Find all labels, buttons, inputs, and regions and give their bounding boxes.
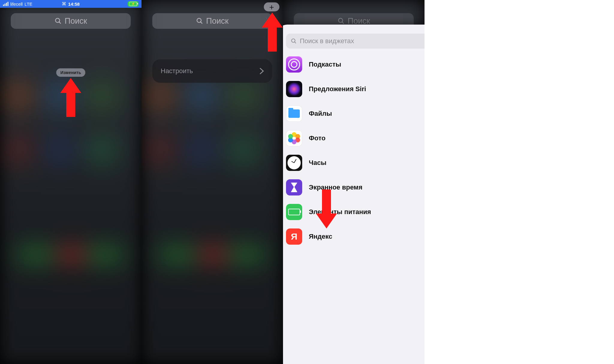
network-label: LTE: [25, 1, 32, 7]
screenshot-step-2: ＋ Поиск Настроить: [142, 0, 283, 364]
search-icon: [338, 17, 345, 25]
spotlight-search[interactable]: Поиск: [152, 13, 272, 29]
siri-icon: [286, 81, 302, 97]
screen-time-icon: [286, 179, 302, 195]
list-item[interactable]: Экранное время: [283, 175, 425, 200]
clock-icon: [286, 155, 302, 171]
list-item[interactable]: Элементы питания: [283, 200, 425, 224]
search-placeholder: Поиск: [348, 16, 370, 26]
podcasts-icon: [286, 56, 302, 73]
svg-line-7: [295, 42, 296, 43]
configure-widget-row[interactable]: Настроить: [152, 59, 272, 83]
svg-line-5: [342, 22, 344, 23]
personal-hotspot-icon: ⌘: [62, 1, 66, 7]
list-item-label: Фото: [309, 134, 326, 142]
status-bar: lifecell LTE ⌘ 14:58 ⚡: [0, 0, 142, 8]
svg-line-1: [59, 22, 61, 23]
list-item[interactable]: Я Яндекс: [283, 224, 425, 249]
list-item-label: Часы: [309, 159, 326, 167]
screenshot-step-1: lifecell LTE ⌘ 14:58 ⚡ Поиск Изменить: [0, 0, 142, 364]
batteries-icon: [286, 204, 302, 220]
list-item[interactable]: Файлы: [283, 101, 425, 126]
chevron-right-icon: [260, 68, 264, 74]
widget-app-list: Подкасты Предложения Siri Файлы: [283, 52, 425, 364]
files-icon: [286, 106, 302, 122]
list-item[interactable]: Подкасты: [283, 52, 425, 77]
yandex-icon: Я: [286, 228, 302, 245]
signal-bars-icon: [3, 2, 8, 6]
configure-label: Настроить: [161, 67, 193, 75]
list-item-label: Файлы: [309, 110, 332, 118]
annotation-arrow-up-icon: [262, 13, 283, 52]
photos-icon: [286, 130, 302, 146]
widget-picker-sheet: Поиск в виджетах Подкасты Предложения Si…: [283, 25, 425, 364]
widget-search-input[interactable]: Поиск в виджетах: [286, 34, 425, 49]
search-icon: [55, 17, 62, 25]
svg-line-3: [201, 22, 202, 23]
search-placeholder: Поиск: [65, 16, 87, 26]
whitespace: [425, 0, 614, 364]
list-item-label: Предложения Siri: [309, 85, 366, 93]
list-item[interactable]: Фото: [283, 126, 425, 151]
battery-charging-icon: ⚡: [128, 1, 139, 7]
search-placeholder: Поиск: [206, 16, 229, 26]
add-widget-button[interactable]: ＋: [264, 2, 279, 11]
spotlight-search[interactable]: Поиск: [11, 13, 131, 29]
carrier-label: lifecell: [10, 1, 23, 7]
edit-button[interactable]: Изменить: [56, 68, 85, 77]
list-item[interactable]: Часы: [283, 151, 425, 175]
annotation-arrow-up-icon: [60, 78, 81, 117]
plus-icon: ＋: [268, 3, 276, 11]
widget-search-placeholder: Поиск в виджетах: [300, 37, 354, 45]
annotation-arrow-down-icon: [316, 189, 337, 230]
list-item-label: Яндекс: [309, 233, 332, 240]
search-icon: [291, 38, 297, 44]
screenshot-step-3: Поиск Поиск в виджетах Подкасты Предложе…: [283, 0, 425, 364]
list-item[interactable]: Предложения Siri: [283, 77, 425, 101]
clock-label: 14:58: [68, 1, 79, 7]
search-icon: [196, 17, 203, 25]
list-item-label: Подкасты: [309, 61, 341, 68]
